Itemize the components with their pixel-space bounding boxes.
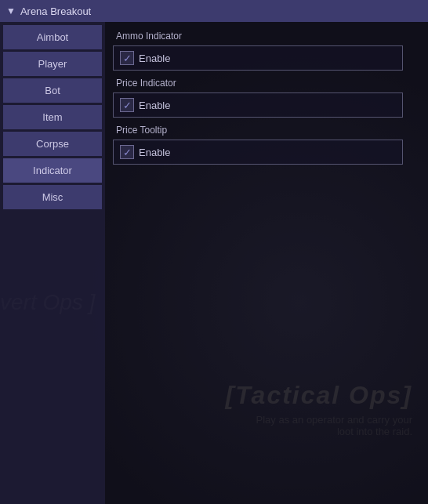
sidebar-item-corpse[interactable]: Corpse	[3, 132, 102, 156]
price-tooltip-label: Price Tooltip	[113, 123, 170, 137]
price-enable-label: Enable	[139, 100, 170, 111]
sidebar: Aimbot Player Bot Item Corpse Indicator …	[0, 22, 105, 504]
sidebar-item-bot[interactable]: Bot	[3, 78, 102, 103]
sidebar-item-aimbot[interactable]: Aimbot	[3, 25, 102, 49]
sidebar-item-item[interactable]: Item	[3, 105, 102, 129]
tooltip-enable-checkbox-input[interactable]	[120, 145, 134, 159]
app-title: Arena Breakout	[20, 5, 91, 17]
price-enable-checkbox-input[interactable]	[120, 98, 134, 112]
ammo-enable-checkbox-input[interactable]	[120, 51, 134, 65]
ammo-indicator-group: Ammo Indicator Enable	[113, 28, 420, 71]
tooltip-enable-checkbox[interactable]: Enable	[120, 145, 170, 159]
ammo-enable-label: Enable	[139, 53, 170, 64]
main-layout: Aimbot Player Bot Item Corpse Indicator …	[0, 22, 428, 504]
tooltip-enable-label: Enable	[139, 147, 170, 158]
price-indicator-group: Price Indicator Enable	[113, 75, 420, 118]
title-arrow-icon: ▼	[6, 5, 16, 16]
sidebar-item-misc[interactable]: Misc	[3, 185, 102, 209]
price-indicator-label: Price Indicator	[113, 76, 180, 90]
ammo-indicator-label: Ammo Indicator	[113, 29, 185, 43]
ammo-indicator-box: Enable	[113, 45, 403, 71]
content-area: Ammo Indicator Enable Price Indicator En…	[105, 22, 428, 504]
price-tooltip-box: Enable	[113, 140, 403, 165]
price-indicator-box: Enable	[113, 92, 403, 118]
price-enable-checkbox[interactable]: Enable	[120, 98, 170, 112]
sidebar-item-player[interactable]: Player	[3, 52, 102, 76]
price-tooltip-group: Price Tooltip Enable	[113, 122, 420, 165]
sidebar-item-indicator[interactable]: Indicator	[3, 158, 102, 183]
ammo-enable-checkbox[interactable]: Enable	[120, 51, 170, 65]
title-bar: ▼ Arena Breakout	[0, 0, 428, 22]
